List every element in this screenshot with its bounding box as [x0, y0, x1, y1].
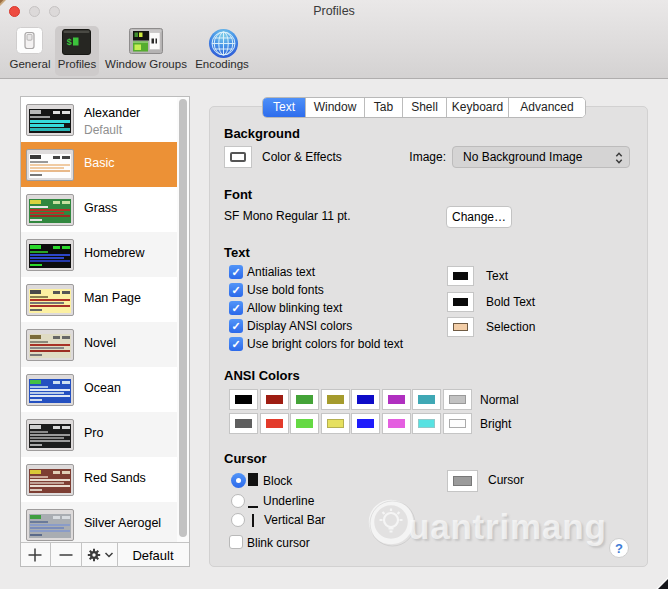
svg-text:$: $ — [67, 38, 73, 48]
svg-text:Default: Default — [132, 548, 174, 563]
